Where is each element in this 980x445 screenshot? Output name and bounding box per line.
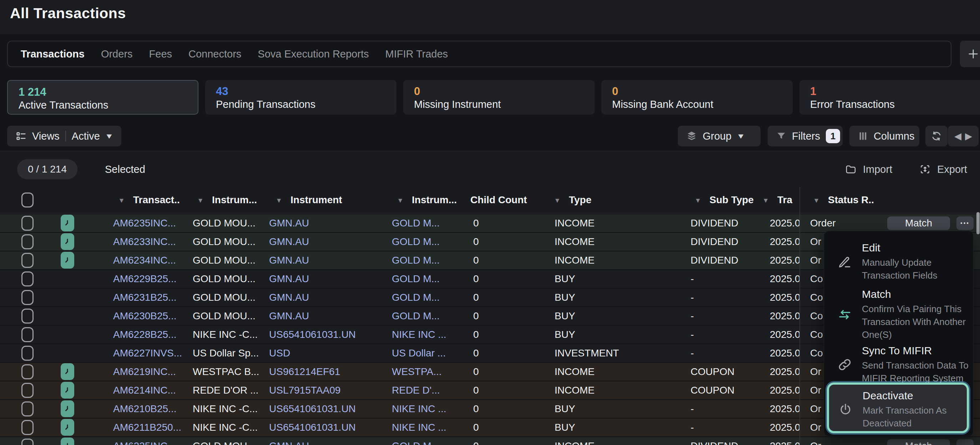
row-checkbox[interactable] xyxy=(21,439,33,445)
sort-caret-icon[interactable]: ▾ xyxy=(199,196,202,205)
row-checkbox[interactable] xyxy=(21,346,33,361)
transaction-id-link[interactable]: AM6233INC... xyxy=(113,236,176,247)
column-header-1[interactable]: Instrum... xyxy=(212,194,257,206)
instrument-code-link[interactable]: US6541061031.UN xyxy=(269,422,356,433)
row-checkbox[interactable] xyxy=(21,216,33,231)
instrument-link[interactable]: GOLD M... xyxy=(392,440,440,445)
export-button[interactable]: Export xyxy=(920,152,967,187)
instrument-code-link[interactable]: GMN.AU xyxy=(269,292,309,303)
menu-item-sync-to-mifir[interactable]: Sync To MIFIR Send Transaction Data To M… xyxy=(837,345,963,384)
instrument-link[interactable]: GOLD M... xyxy=(392,217,440,229)
instrument-link[interactable]: NIKE INC ... xyxy=(392,329,446,340)
transaction-id-link[interactable]: AM6219INC... xyxy=(113,366,176,378)
transaction-id-link[interactable]: AM6229B25... xyxy=(113,273,176,285)
sort-caret-icon[interactable]: ▾ xyxy=(815,196,818,205)
column-header-5[interactable]: Type xyxy=(569,194,591,206)
transaction-id-link[interactable]: AM6211B250... xyxy=(113,422,181,433)
instrument-code-link[interactable]: USL7915TAA09 xyxy=(269,384,340,396)
transaction-id-link[interactable]: AM6228B25... xyxy=(113,329,176,340)
filters-button[interactable]: Filters 1 xyxy=(768,126,843,147)
sort-caret-icon[interactable]: ▾ xyxy=(764,196,768,205)
transaction-id-link[interactable]: AM6235INC... xyxy=(113,440,176,445)
instrument-code-link[interactable]: US6541061031.UN xyxy=(269,329,356,340)
row-checkbox[interactable] xyxy=(21,253,33,268)
column-header-8[interactable]: Status R.. xyxy=(828,194,874,206)
transaction-id-link[interactable]: AM6230B25... xyxy=(113,310,176,322)
stat-card-2[interactable]: 0Missing Instrument xyxy=(403,80,595,115)
row-more-button[interactable]: ••• xyxy=(956,217,974,230)
columns-button[interactable]: Columns xyxy=(850,126,920,147)
instrument-link[interactable]: GOLD M... xyxy=(392,255,440,266)
column-header-7[interactable]: Tra xyxy=(777,194,792,206)
views-selector[interactable]: Views Active ▼ xyxy=(7,126,121,147)
sort-caret-icon[interactable]: ▾ xyxy=(277,196,281,205)
instrument-code-link[interactable]: GMN.AU xyxy=(269,440,309,445)
instrument-link[interactable]: WESTPA... xyxy=(392,366,442,378)
row-checkbox[interactable] xyxy=(21,364,33,379)
instrument-code-link[interactable]: US961214EF61 xyxy=(269,366,340,378)
instrument-link[interactable]: GOLD M... xyxy=(392,273,440,285)
import-button[interactable]: Import xyxy=(845,152,892,187)
instrument-code-link[interactable]: US6541061031.UN xyxy=(269,403,356,415)
refresh-button[interactable] xyxy=(925,126,948,147)
tab-mifir-trades[interactable]: MIFIR Trades xyxy=(385,48,448,60)
scroll-columns-button[interactable]: ◀ ▶ xyxy=(948,126,978,147)
tab-sova-execution-reports[interactable]: Sova Execution Reports xyxy=(258,48,369,60)
instrument-link[interactable]: NIKE INC ... xyxy=(392,422,446,433)
instrument-code-link[interactable]: GMN.AU xyxy=(269,217,309,229)
column-header-0[interactable]: Transact.. xyxy=(133,194,180,206)
instrument-link[interactable]: GOLD M... xyxy=(392,310,440,322)
tab-connectors[interactable]: Connectors xyxy=(188,48,241,60)
vertical-scrollbar[interactable] xyxy=(977,212,980,234)
add-tab-button[interactable] xyxy=(960,41,980,67)
stat-card-3[interactable]: 0Missing Bank Account xyxy=(601,80,793,115)
group-button[interactable]: Group ▼ xyxy=(678,126,760,147)
transaction-id-link[interactable]: AM6214INC... xyxy=(113,384,176,396)
instrument-link[interactable]: GOLD M... xyxy=(392,236,440,247)
instrument-link[interactable]: REDE D'... xyxy=(392,384,440,396)
stat-card-0[interactable]: 1 214Active Transactions xyxy=(7,80,199,115)
transaction-id-link[interactable]: AM6231B25... xyxy=(113,292,176,303)
transaction-id-link[interactable]: AM6210B25... xyxy=(113,403,176,415)
tab-orders[interactable]: Orders xyxy=(101,48,133,60)
transaction-id-link[interactable]: AM6234INC... xyxy=(113,255,176,266)
row-checkbox[interactable] xyxy=(21,383,33,398)
match-button[interactable]: Match xyxy=(887,217,950,230)
row-checkbox[interactable] xyxy=(21,327,33,342)
row-checkbox[interactable] xyxy=(21,271,33,286)
row-checkbox[interactable] xyxy=(21,420,33,435)
row-checkbox[interactable] xyxy=(21,309,33,324)
stat-card-1[interactable]: 43Pending Transactions xyxy=(205,80,396,115)
column-header-6[interactable]: Sub Type xyxy=(710,194,754,206)
sort-caret-icon[interactable]: ▾ xyxy=(696,196,700,205)
column-header-4[interactable]: Child Count xyxy=(470,194,527,206)
tab-fees[interactable]: Fees xyxy=(149,48,172,60)
column-header-3[interactable]: Instrum... xyxy=(412,194,457,206)
table-row[interactable]: AM6235INC...GOLD MOU...GMN.AUGOLD M...0I… xyxy=(0,437,980,445)
sort-caret-icon[interactable]: ▾ xyxy=(119,196,124,205)
transaction-id-link[interactable]: AM6227INVS... xyxy=(113,348,182,359)
instrument-code-link[interactable]: GMN.AU xyxy=(269,310,309,322)
instrument-link[interactable]: NIKE INC ... xyxy=(392,403,446,415)
menu-item-deactivate[interactable]: Deactivate Mark Transaction As Deactivat… xyxy=(838,390,963,430)
select-all-checkbox[interactable] xyxy=(21,193,33,207)
instrument-code-link[interactable]: GMN.AU xyxy=(269,236,309,247)
row-checkbox[interactable] xyxy=(21,234,33,249)
column-header-2[interactable]: Instrument xyxy=(291,194,342,206)
row-checkbox[interactable] xyxy=(21,290,33,305)
instrument-link[interactable]: US Dollar ... xyxy=(392,348,446,359)
instrument-code-link[interactable]: GMN.AU xyxy=(269,273,309,285)
instrument-code-link[interactable]: GMN.AU xyxy=(269,255,309,266)
menu-item-match[interactable]: Match Confirm Via Pairing This Transacti… xyxy=(837,288,963,341)
instrument-code-link[interactable]: USD xyxy=(269,348,290,359)
tab-transactions[interactable]: Transactions xyxy=(21,48,84,60)
row-more-button[interactable]: ••• xyxy=(956,439,974,445)
sort-caret-icon[interactable]: ▾ xyxy=(555,196,559,205)
match-button[interactable]: Match xyxy=(887,439,950,445)
row-checkbox[interactable] xyxy=(21,402,33,416)
transaction-id-link[interactable]: AM6235INC... xyxy=(113,217,176,229)
instrument-link[interactable]: GOLD M... xyxy=(392,292,440,303)
menu-item-edit[interactable]: Edit Manually Update Transaction Fields xyxy=(837,242,963,282)
sort-caret-icon[interactable]: ▾ xyxy=(398,196,402,205)
stat-card-4[interactable]: 1Error Transactions xyxy=(799,80,980,115)
